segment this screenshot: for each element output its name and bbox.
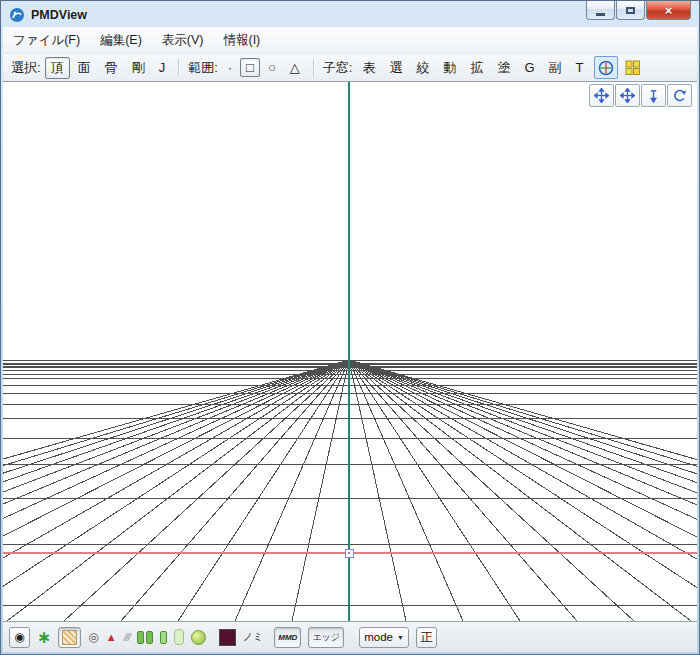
- viewport-nav-buttons: [589, 84, 692, 107]
- mmd-label: MMD: [278, 633, 297, 642]
- axis-gizmo-button[interactable]: [594, 56, 618, 79]
- circle-shape: [191, 630, 206, 645]
- mmd-mode-toggle[interactable]: MMD: [274, 627, 301, 648]
- range-poly-button[interactable]: △: [284, 58, 306, 77]
- red-triangle-icon[interactable]: ▲: [106, 627, 117, 648]
- maximize-button[interactable]: [616, 1, 645, 20]
- select-joint-button[interactable]: J: [153, 58, 172, 77]
- subwin-motion-button[interactable]: 動: [437, 57, 462, 79]
- subwin-g-button[interactable]: G: [518, 58, 540, 77]
- bottombar: ◉ ∗ ◎ ▲ /// ノミ MMD エッジ mode ▼ 正: [3, 621, 697, 652]
- nomi-toggle[interactable]: ノミ: [243, 627, 263, 648]
- edge-color-swatch[interactable]: [219, 627, 236, 648]
- app-icon: [9, 7, 25, 23]
- pan-view-button[interactable]: [615, 84, 640, 107]
- titlebar: PMDView ×: [3, 3, 697, 27]
- green-pair-icon[interactable]: [137, 627, 153, 648]
- subwin-morph-button[interactable]: 表: [356, 57, 381, 79]
- range-rect-button[interactable]: □: [240, 58, 260, 77]
- menu-info[interactable]: 情報(I): [213, 28, 270, 53]
- range-point-button[interactable]: ·: [222, 58, 238, 77]
- select-rigid-button[interactable]: 剛: [126, 57, 151, 79]
- range-label: 範囲:: [188, 59, 218, 77]
- toolbar-separator: [313, 59, 315, 77]
- 3d-viewport[interactable]: [3, 82, 697, 621]
- down-arrow-icon: [646, 88, 661, 103]
- capsule-shape: [174, 629, 184, 645]
- subwin-zoom-button[interactable]: 拡: [464, 57, 489, 79]
- select-face-button[interactable]: 面: [72, 57, 97, 79]
- front-view-label: 正: [421, 629, 433, 646]
- hatch-pattern-icon: [62, 630, 77, 645]
- edge-toggle[interactable]: エッジ: [308, 627, 344, 648]
- pmdview-window: PMDView × ファイル(F) 編集(E) 表示(V) 情報(I) 選択: …: [0, 0, 700, 655]
- green-circle-icon[interactable]: [191, 627, 206, 648]
- caption-buttons: ×: [585, 1, 691, 20]
- chevron-down-icon: ▼: [397, 634, 404, 641]
- grid-view-button[interactable]: [621, 56, 645, 79]
- front-view-button[interactable]: 正: [416, 627, 437, 648]
- green-bar-icon: [160, 631, 167, 644]
- mode-dropdown[interactable]: mode ▼: [359, 627, 409, 648]
- green-glyph-icon[interactable]: [160, 627, 167, 648]
- move-depth-button[interactable]: [641, 84, 666, 107]
- subwin-select-button[interactable]: 選: [383, 57, 408, 79]
- rotate-view-button[interactable]: [667, 84, 692, 107]
- slashes-icon[interactable]: ///: [124, 627, 130, 648]
- rotate-icon: [672, 88, 687, 103]
- axis-gizmo-icon: [597, 59, 615, 77]
- subwin-filter-button[interactable]: 絞: [410, 57, 435, 79]
- mode-label: mode: [364, 631, 393, 643]
- pan-arrows-icon: [594, 88, 609, 103]
- viewport-grid: [3, 82, 697, 621]
- range-circle-button[interactable]: ○: [262, 58, 282, 77]
- subwindow-label: 子窓:: [323, 59, 353, 77]
- pan-xy-button[interactable]: [589, 84, 614, 107]
- select-label: 選択:: [11, 59, 41, 77]
- subwin-paint-button[interactable]: 塗: [491, 57, 516, 79]
- toolbar: 選択: 頂 面 骨 剛 J 範囲: · □ ○ △ 子窓: 表 選 絞 動 拡 …: [3, 54, 697, 82]
- vertex-display-toggle[interactable]: ◉: [9, 627, 30, 648]
- menubar: ファイル(F) 編集(E) 表示(V) 情報(I): [3, 27, 697, 54]
- circle-dot-icon: ◉: [14, 631, 24, 643]
- minimize-button[interactable]: [586, 1, 615, 20]
- green-bar-icon: [146, 631, 153, 644]
- subwin-sub-button[interactable]: 副: [543, 57, 568, 79]
- pan-arrows-icon: [620, 88, 635, 103]
- green-bar-icon: [137, 631, 144, 644]
- green-asterisk-icon[interactable]: ∗: [37, 627, 51, 648]
- select-bone-button[interactable]: 骨: [99, 57, 124, 79]
- mesh-display-toggle[interactable]: [58, 627, 81, 648]
- minimize-icon: [596, 13, 605, 16]
- menu-view[interactable]: 表示(V): [152, 28, 214, 53]
- menu-edit[interactable]: 編集(E): [90, 28, 152, 53]
- select-vertex-button[interactable]: 頂: [45, 57, 70, 79]
- double-circle-icon[interactable]: ◎: [88, 627, 98, 648]
- menu-file[interactable]: ファイル(F): [3, 28, 90, 53]
- toolbar-separator: [178, 59, 180, 77]
- edge-label: エッジ: [312, 631, 340, 644]
- grid-view-icon: [624, 59, 642, 77]
- close-button[interactable]: ×: [646, 1, 691, 20]
- subwin-t-button[interactable]: T: [570, 58, 590, 77]
- window-title: PMDView: [31, 8, 87, 22]
- maximize-icon: [626, 7, 635, 14]
- color-swatch: [219, 629, 236, 646]
- green-capsule-icon[interactable]: [174, 627, 184, 648]
- close-icon: ×: [665, 2, 673, 19]
